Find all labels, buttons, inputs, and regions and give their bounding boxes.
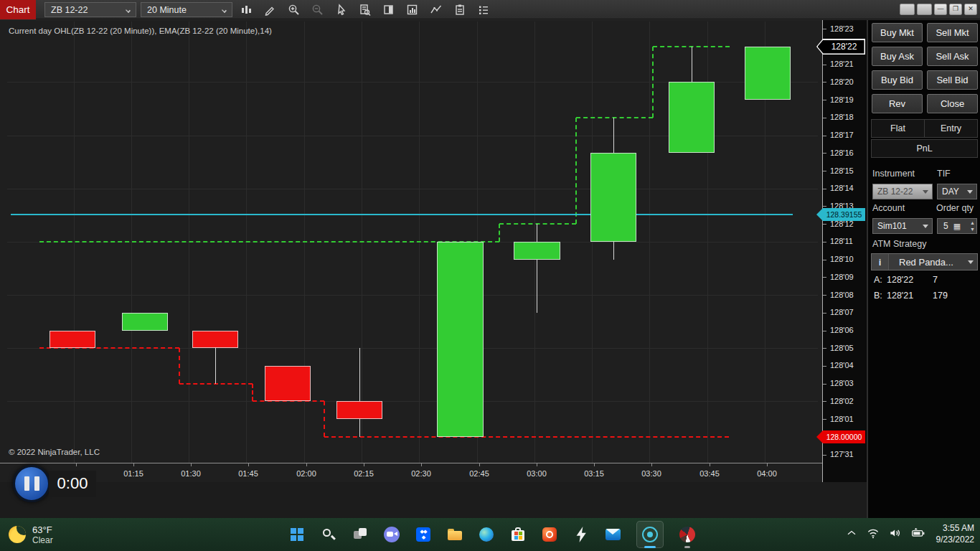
- chevron-down-icon: [967, 190, 973, 194]
- store-icon[interactable]: [509, 520, 527, 549]
- day-low-marker: 128.00000: [816, 430, 865, 443]
- clock-date: 9/23/2022: [936, 534, 974, 546]
- sell-bid-button[interactable]: Sell Bid: [927, 70, 978, 90]
- volume-icon[interactable]: [887, 526, 903, 543]
- candle-down: [265, 366, 311, 401]
- price-tick: [823, 100, 826, 100]
- time-tick: [421, 463, 422, 466]
- candle-down: [50, 331, 95, 349]
- candle-upper-wick: [613, 118, 614, 153]
- entry-button[interactable]: Entry: [924, 119, 978, 138]
- time-label: 04:00: [757, 469, 777, 478]
- price-tick: [823, 348, 826, 349]
- start-button[interactable]: [288, 520, 306, 549]
- dropbox-icon[interactable]: ◆◆◆: [415, 520, 432, 549]
- price-label: 128'05: [830, 344, 854, 352]
- wifi-icon[interactable]: [865, 526, 881, 543]
- ask-size: 7: [933, 275, 938, 285]
- active-app-indicator: [644, 546, 656, 548]
- price-tick: [823, 65, 826, 65]
- day-high-line-segment: [499, 223, 576, 225]
- time-label: 02:45: [469, 469, 489, 478]
- day-high-line-segment: [576, 117, 653, 118]
- quantity-stepper[interactable]: 5 ▦ ▲▼: [937, 218, 977, 234]
- info-icon[interactable]: i: [872, 254, 889, 270]
- price-label: 128'14: [830, 184, 854, 192]
- account-select-value: Sim101: [877, 221, 907, 231]
- candle-up: [745, 47, 791, 100]
- search-icon[interactable]: [320, 520, 337, 549]
- buy-bid-button[interactable]: Buy Bid: [872, 70, 923, 90]
- day-high-line-segment: [575, 118, 577, 224]
- candle-down: [336, 401, 382, 419]
- sell-ask-button[interactable]: Sell Ask: [927, 47, 978, 66]
- playback-control: 0:00: [13, 465, 96, 502]
- quantity-spinner[interactable]: ▲▼: [970, 220, 975, 232]
- screen: Chart ZB 12-22 20 Minute — ❐ ✕: [0, 0, 980, 551]
- day-low-line-segment: [179, 348, 180, 383]
- clock-time: 3:55 AM: [936, 523, 974, 534]
- panel-button-2[interactable]: [917, 4, 932, 15]
- close-button[interactable]: ✕: [964, 4, 977, 15]
- time-label: 01:15: [123, 469, 143, 478]
- recorder-app-icon[interactable]: [636, 520, 664, 549]
- running-app-indicator: [684, 546, 690, 548]
- file-explorer-icon[interactable]: [446, 520, 463, 549]
- gridline-horizontal: [7, 401, 818, 402]
- gridline-horizontal: [7, 189, 818, 189]
- sell-mkt-button[interactable]: Sell Mkt: [927, 23, 978, 42]
- clock[interactable]: 3:55 AM 9/23/2022: [936, 523, 974, 545]
- price-tick: [823, 455, 826, 456]
- tif-select-value: DAY: [942, 187, 959, 197]
- tif-label: TIF: [937, 169, 951, 179]
- reverse-button[interactable]: Rev: [872, 94, 923, 113]
- buy-mkt-button[interactable]: Buy Mkt: [872, 23, 923, 42]
- spinner-down-icon[interactable]: ▼: [970, 226, 975, 232]
- task-view-icon[interactable]: [352, 520, 369, 549]
- office-icon[interactable]: [541, 520, 558, 549]
- mail-icon[interactable]: [604, 520, 621, 549]
- chat-icon[interactable]: [383, 520, 400, 549]
- price-tick: [823, 171, 826, 171]
- calculator-icon[interactable]: ▦: [953, 222, 961, 231]
- close-position-button[interactable]: Close: [927, 94, 978, 113]
- order-qty-label: Order qty: [936, 203, 974, 213]
- flat-button[interactable]: Flat: [871, 119, 925, 138]
- time-tick: [133, 463, 134, 466]
- candle-lower-wick: [215, 348, 216, 383]
- window-controls: — ❐ ✕: [900, 4, 977, 15]
- candle-up: [122, 313, 168, 331]
- account-select[interactable]: Sim101: [872, 218, 933, 234]
- tray-chevron-up-icon[interactable]: [844, 526, 859, 543]
- candle-lower-wick: [613, 242, 614, 260]
- pnl-button[interactable]: PnL: [871, 139, 978, 158]
- tif-select[interactable]: DAY: [937, 184, 977, 199]
- price-tick: [823, 82, 826, 83]
- restore-button[interactable]: ❐: [949, 4, 962, 15]
- atm-strategy-label: ATM Strategy: [872, 239, 926, 249]
- bid-price: 128'21: [887, 291, 913, 301]
- buy-ask-button[interactable]: Buy Ask: [872, 47, 923, 66]
- weather-condition: Clear: [32, 535, 53, 545]
- instrument-select[interactable]: ZB 12-22: [872, 184, 933, 199]
- pause-icon: [34, 476, 39, 491]
- bid-row: B: 128'21 179: [868, 291, 980, 302]
- ema-line: [11, 214, 793, 215]
- weather-widget[interactable]: 63°F Clear: [9, 522, 53, 547]
- battery-charging-icon[interactable]: [910, 526, 927, 543]
- pause-button[interactable]: [13, 465, 50, 502]
- chart-layer: [0, 0, 822, 518]
- bolt-app-icon[interactable]: [573, 520, 590, 549]
- ninjatrader-icon[interactable]: [679, 520, 696, 549]
- edge-icon[interactable]: [478, 520, 495, 549]
- day-low-line-segment: [179, 383, 253, 385]
- candle-lower-wick: [537, 260, 537, 313]
- atm-strategy-select[interactable]: i Red Panda...: [871, 253, 978, 270]
- price-tick: [823, 206, 826, 207]
- panel-button-1[interactable]: [900, 4, 915, 15]
- minimize-button[interactable]: —: [934, 4, 947, 15]
- candle-up: [437, 242, 484, 437]
- spinner-up-icon[interactable]: ▲: [970, 220, 975, 226]
- time-axis[interactable]: 01:0001:1501:3001:4502:0002:1502:3002:45…: [0, 463, 822, 482]
- ema-value-marker-text: 128.39155: [823, 208, 865, 221]
